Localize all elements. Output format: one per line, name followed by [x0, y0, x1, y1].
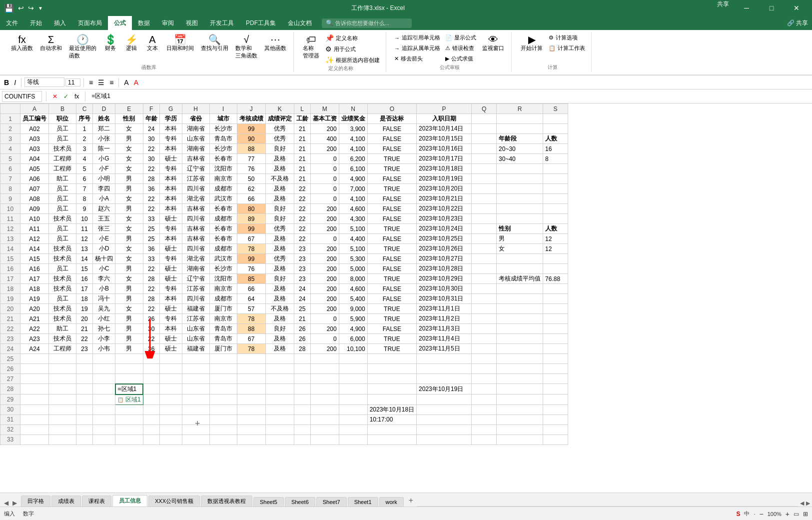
font-size[interactable]: 11 [65, 78, 80, 86]
scroll-right-btn[interactable]: ▶ [806, 500, 810, 506]
col-header-n[interactable]: N [339, 104, 367, 114]
sheet-tab-sheet5[interactable]: Sheet5 [253, 497, 284, 506]
trace-dependents-btn[interactable]: → 追踪从属单元格 [392, 44, 442, 53]
tab-home[interactable]: 开始 [24, 16, 48, 30]
save-icon[interactable]: 💾 [4, 4, 14, 13]
cancel-formula-btn[interactable]: ✕ [50, 92, 59, 101]
add-sheet-btn[interactable]: + [405, 494, 417, 506]
zoom-in-btn[interactable]: + [786, 510, 790, 518]
calc-sheet-btn[interactable]: 📋 计算工作表 [547, 44, 587, 53]
cell-m2[interactable]: 200 [310, 124, 339, 134]
col-header-s[interactable]: S [543, 104, 568, 114]
scroll-left-btn[interactable]: ◀ [800, 500, 804, 506]
tab-insert[interactable]: 插入 [48, 16, 72, 30]
col-header-r[interactable]: R [497, 104, 543, 114]
tab-formula[interactable]: 公式 [108, 16, 132, 30]
remove-arrows-btn[interactable]: ✕ 移去箭头 [392, 54, 442, 64]
col-header-i[interactable]: I [209, 104, 237, 114]
lookup-btn[interactable]: 🔍 查找与引用 [198, 33, 231, 54]
ime-toggle[interactable]: · [754, 511, 755, 517]
dropdown-icon[interactable]: ▼ [38, 6, 43, 11]
cell-a2[interactable]: A02 [20, 124, 49, 134]
cell-m1[interactable]: 基本工资 [310, 114, 339, 124]
insert-function-small-btn[interactable]: fx [72, 92, 81, 101]
finance-btn[interactable]: 💲 财务 [100, 33, 120, 54]
sheet-tab-kecheng[interactable]: 课程表 [82, 496, 111, 506]
col-header-b[interactable]: B [49, 104, 76, 114]
col-header-m[interactable]: M [310, 104, 339, 114]
col-header-k[interactable]: K [265, 104, 294, 114]
cell-r2[interactable] [497, 124, 543, 134]
tab-data[interactable]: 数据 [132, 16, 156, 30]
calc-options-btn[interactable]: ⚙ 计算选项 [547, 33, 587, 42]
cell-d2[interactable]: 郑二 [93, 124, 115, 134]
start-calc-btn[interactable]: ▶ 开始计算 [518, 33, 546, 54]
col-header-d[interactable]: D [93, 104, 115, 114]
cell-n2[interactable]: 3,900 [339, 124, 367, 134]
sheet-tab-sheet7[interactable]: Sheet7 [316, 497, 347, 506]
cell-j1[interactable]: 考核成绩 [237, 114, 265, 124]
share-btn[interactable]: 共享 [713, 0, 733, 16]
cell-r1[interactable] [497, 114, 543, 124]
autosum-btn[interactable]: Σ 自动求和 [37, 33, 65, 54]
create-from-selection-btn[interactable]: ✨ 根据所选内容创建 [323, 55, 382, 65]
tab-file[interactable]: 文件 [0, 16, 24, 30]
align-center-btn[interactable]: ☰ [96, 78, 106, 88]
cell-l2[interactable]: 21 [294, 124, 310, 134]
col-header-c[interactable]: C [76, 104, 93, 114]
cell-o1[interactable]: 是否达标 [367, 114, 416, 124]
cell-q2[interactable] [472, 124, 497, 134]
logic-btn[interactable]: ⚡ 逻辑 [121, 33, 141, 54]
sheet-tab-yuangong[interactable]: 员工信息 [112, 495, 147, 506]
autocomplete-item[interactable]: 📋 区域1 [117, 396, 141, 404]
col-header-p[interactable]: P [417, 104, 472, 114]
tab-review[interactable]: 审阅 [156, 16, 180, 30]
watch-window-btn[interactable]: 👁 监视窗口 [479, 33, 507, 54]
cell-p2[interactable]: 2023年10月14日 [417, 124, 472, 134]
formula-input[interactable] [89, 91, 810, 102]
sheet-tab-pivot[interactable]: 数据透视表教程 [201, 496, 252, 506]
cell-f1[interactable]: 年龄 [143, 114, 159, 124]
cell-b2[interactable]: 员工 [49, 124, 76, 134]
font-color-btn[interactable]: A [132, 78, 140, 88]
cell-a1[interactable]: 员工编号 [20, 114, 49, 124]
col-header-h[interactable]: H [182, 104, 209, 114]
fill-color-btn[interactable]: A [122, 78, 130, 88]
recent-functions-btn[interactable]: 🕐 最近使用的函数 [66, 33, 99, 61]
sheet-tab-chengji[interactable]: 成绩表 [51, 496, 81, 506]
cell-l1[interactable]: 工龄 [294, 114, 310, 124]
cell-o2[interactable]: FALSE [367, 124, 416, 134]
bold-btn[interactable]: B [2, 78, 11, 88]
cell-b1[interactable]: 职位 [49, 114, 76, 124]
col-header-j[interactable]: J [237, 104, 265, 114]
sheet-tab-work[interactable]: work [379, 497, 404, 506]
cell-h2[interactable]: 湖南省 [182, 124, 209, 134]
other-btn[interactable]: ⋯ 其他函数 [261, 33, 289, 54]
col-header-q[interactable]: Q [472, 104, 497, 114]
col-header-f[interactable]: F [143, 104, 159, 114]
next-sheet-btn[interactable]: ▶ [10, 500, 19, 506]
cell-g2[interactable]: 本科 [159, 124, 182, 134]
sheet-tab-sheet1[interactable]: Sheet1 [348, 497, 378, 506]
minimize-btn[interactable]: ─ [735, 0, 758, 16]
font-name[interactable]: 等线 [24, 78, 64, 87]
formula-eval-btn[interactable]: ▶ 公式求值 [443, 54, 478, 64]
name-box[interactable] [2, 91, 42, 102]
text-btn[interactable]: A 文本 [142, 33, 162, 54]
align-left-btn[interactable]: ≡ [87, 78, 95, 88]
close-btn[interactable]: ✕ [785, 0, 808, 16]
italic-btn[interactable]: I [12, 78, 18, 88]
cell-k2[interactable]: 优秀 [265, 124, 294, 134]
cell-f2[interactable]: 24 [143, 124, 159, 134]
confirm-formula-btn[interactable]: ✓ [61, 92, 70, 101]
col-header-a[interactable]: A [20, 104, 49, 114]
align-right-btn[interactable]: ≡ [107, 78, 115, 88]
sheet-tab-tianzi[interactable]: 田字格 [21, 496, 50, 506]
search-placeholder[interactable]: 告诉你您想要做什么... [335, 20, 389, 27]
cell-i2[interactable]: 长沙市 [209, 124, 237, 134]
sheet-tab-sheet6[interactable]: Sheet6 [285, 497, 315, 506]
show-formulas-btn[interactable]: 📄 显示公式 [443, 33, 478, 42]
cell-c2[interactable]: 1 [76, 124, 93, 134]
cell-d1[interactable]: 姓名 [93, 114, 115, 124]
sheet-tab-sales[interactable]: XXX公司销售额 [148, 496, 200, 506]
